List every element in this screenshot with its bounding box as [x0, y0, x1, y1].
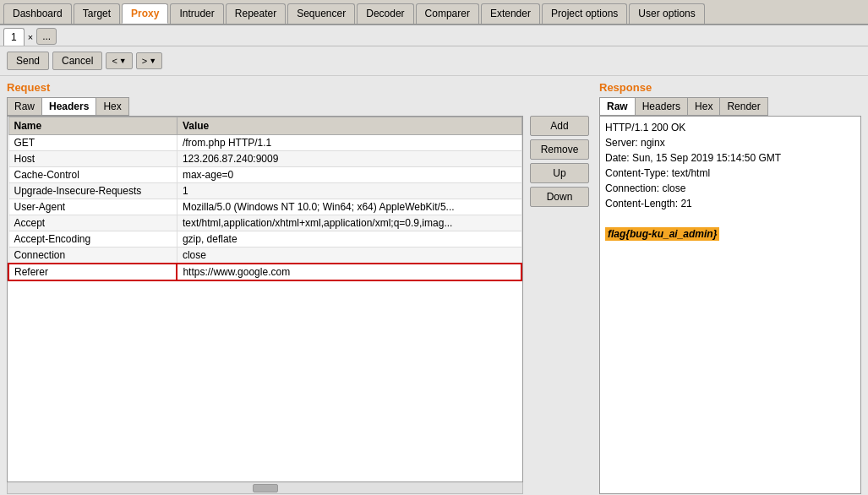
header-name: Connection — [8, 248, 177, 264]
tab-repeater[interactable]: Repeater — [226, 3, 286, 24]
request-tab-raw[interactable]: Raw — [7, 97, 41, 116]
request-panel: Request Raw Headers Hex Name Value — [7, 81, 592, 494]
response-content: HTTP/1.1 200 OKServer: nginxDate: Sun, 1… — [599, 116, 861, 494]
header-name: User-Agent — [8, 199, 177, 215]
request-tab-headers[interactable]: Headers — [41, 97, 96, 116]
response-tab-raw[interactable]: Raw — [599, 97, 635, 116]
table-row[interactable]: GET/from.php HTTP/1.1 — [8, 135, 521, 151]
response-tab-render[interactable]: Render — [719, 97, 767, 116]
nav-fwd-arrow: ▼ — [149, 57, 156, 65]
header-name: Accept — [8, 215, 177, 231]
header-name: Accept-Encoding — [8, 231, 177, 248]
tab-user-options[interactable]: User options — [629, 3, 704, 24]
header-name: GET — [8, 135, 177, 151]
header-name: Upgrade-Insecure-Requests — [8, 183, 177, 199]
request-title: Request — [7, 81, 592, 94]
response-panel: Response Raw Headers Hex Render HTTP/1.1… — [599, 81, 861, 494]
table-and-buttons: Name Value GET/from.php HTTP/1.1Host123.… — [7, 116, 592, 494]
side-buttons: AddRemoveUpDown — [527, 116, 592, 494]
table-row[interactable]: Cache-Controlmax-age=0 — [8, 167, 521, 183]
header-name: Referer — [8, 264, 177, 280]
sub-tab-dots[interactable]: ... — [36, 28, 57, 45]
side-btn-down[interactable]: Down — [530, 187, 589, 207]
sub-tab-1[interactable]: 1 — [3, 28, 25, 46]
cancel-button[interactable]: Cancel — [52, 52, 102, 70]
response-line: Connection: close — [605, 181, 855, 196]
response-line: Content-Length: 21 — [605, 196, 855, 211]
sub-tab-close[interactable]: × — [26, 30, 35, 44]
table-row[interactable]: Upgrade-Insecure-Requests1 — [8, 183, 521, 199]
top-tab-bar: Dashboard Target Proxy Intruder Repeater… — [0, 0, 868, 25]
side-btn-up[interactable]: Up — [530, 163, 589, 183]
tab-sequencer[interactable]: Sequencer — [287, 3, 355, 24]
scroll-handle[interactable] — [253, 484, 278, 492]
side-btn-add[interactable]: Add — [530, 116, 589, 136]
header-value: Mozilla/5.0 (Windows NT 10.0; Win64; x64… — [177, 199, 521, 215]
table-row[interactable]: Accept-Encodinggzip, deflate — [8, 231, 521, 248]
response-tab-headers[interactable]: Headers — [635, 97, 687, 116]
header-value: /from.php HTTP/1.1 — [177, 135, 521, 151]
flag-text: flag{bug-ku_ai_admin} — [605, 227, 719, 241]
table-row[interactable]: Accepttext/html,application/xhtml+xml,ap… — [8, 215, 521, 231]
horizontal-scrollbar[interactable] — [7, 482, 523, 494]
header-name: Cache-Control — [8, 167, 177, 183]
tab-dashboard[interactable]: Dashboard — [3, 3, 72, 24]
header-value: 123.206.87.240:9009 — [177, 151, 521, 167]
header-value: max-age=0 — [177, 167, 521, 183]
nav-back-label: < — [112, 56, 117, 66]
tab-extender[interactable]: Extender — [481, 3, 540, 24]
send-button[interactable]: Send — [7, 52, 49, 70]
table-row[interactable]: Refererhttps://www.google.com — [8, 264, 521, 280]
col-value: Value — [177, 117, 521, 135]
headers-table-scroll[interactable]: Name Value GET/from.php HTTP/1.1Host123.… — [7, 116, 523, 482]
tab-comparer[interactable]: Comparer — [416, 3, 479, 24]
request-tabs: Raw Headers Hex — [7, 97, 592, 116]
tab-decoder[interactable]: Decoder — [357, 3, 413, 24]
col-name: Name — [8, 117, 177, 135]
table-row[interactable]: Host123.206.87.240:9009 — [8, 151, 521, 167]
header-value: https://www.google.com — [177, 264, 521, 280]
header-value: close — [177, 248, 521, 264]
header-name: Host — [8, 151, 177, 167]
request-tab-hex[interactable]: Hex — [96, 97, 128, 116]
sub-tab-bar: 1 × ... — [0, 25, 868, 46]
toolbar: Send Cancel < ▼ > ▼ — [0, 46, 868, 76]
response-title: Response — [599, 81, 861, 94]
header-value: gzip, deflate — [177, 231, 521, 248]
tab-target[interactable]: Target — [74, 3, 120, 24]
main-content: Request Raw Headers Hex Name Value — [0, 76, 868, 495]
response-tab-hex[interactable]: Hex — [687, 97, 719, 116]
table-row[interactable]: Connectionclose — [8, 248, 521, 264]
header-value: 1 — [177, 183, 521, 199]
nav-back-arrow: ▼ — [119, 57, 127, 65]
tab-intruder[interactable]: Intruder — [170, 3, 223, 24]
nav-fwd-label: > — [142, 56, 147, 66]
tab-project-options[interactable]: Project options — [542, 3, 627, 24]
response-line: Content-Type: text/html — [605, 166, 855, 181]
response-line: Date: Sun, 15 Sep 2019 15:14:50 GMT — [605, 150, 855, 166]
tab-proxy[interactable]: Proxy — [122, 3, 168, 24]
side-btn-remove[interactable]: Remove — [530, 139, 589, 160]
response-tabs: Raw Headers Hex Render — [599, 97, 861, 116]
table-row[interactable]: User-AgentMozilla/5.0 (Windows NT 10.0; … — [8, 199, 521, 215]
nav-back-button[interactable]: < ▼ — [106, 52, 132, 69]
response-line: Server: nginx — [605, 135, 855, 150]
response-line: HTTP/1.1 200 OK — [605, 120, 855, 135]
header-value: text/html,application/xhtml+xml,applicat… — [177, 215, 521, 231]
headers-table: Name Value GET/from.php HTTP/1.1Host123.… — [8, 117, 522, 281]
nav-fwd-button[interactable]: > ▼ — [136, 52, 162, 69]
